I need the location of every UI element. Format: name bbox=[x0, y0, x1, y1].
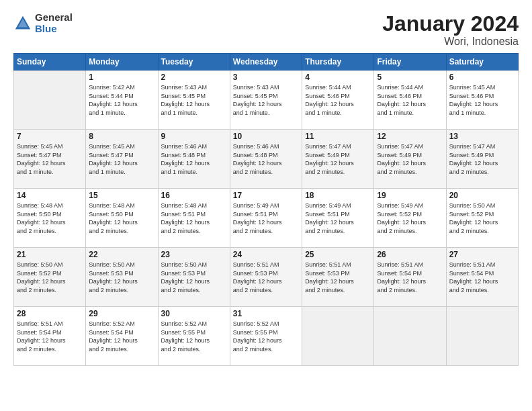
logo-icon bbox=[13, 14, 32, 33]
day-number: 24 bbox=[233, 250, 299, 259]
day-number: 31 bbox=[233, 309, 299, 318]
header-sunday: Sunday bbox=[14, 54, 86, 71]
day-info: Sunrise: 5:42 AM Sunset: 5:44 PM Dayligh… bbox=[89, 83, 154, 117]
day-info: Sunrise: 5:50 AM Sunset: 5:53 PM Dayligh… bbox=[89, 261, 154, 294]
day-info: Sunrise: 5:44 AM Sunset: 5:46 PM Dayligh… bbox=[377, 83, 443, 117]
calendar-cell: 2Sunrise: 5:43 AM Sunset: 5:45 PM Daylig… bbox=[158, 71, 230, 130]
calendar-cell: 25Sunrise: 5:51 AM Sunset: 5:53 PM Dayli… bbox=[302, 248, 374, 307]
calendar-cell: 1Sunrise: 5:42 AM Sunset: 5:44 PM Daylig… bbox=[86, 71, 158, 130]
day-info: Sunrise: 5:48 AM Sunset: 5:51 PM Dayligh… bbox=[161, 201, 227, 235]
day-info: Sunrise: 5:46 AM Sunset: 5:48 PM Dayligh… bbox=[233, 142, 299, 176]
calendar-cell: 20Sunrise: 5:50 AM Sunset: 5:52 PM Dayli… bbox=[446, 189, 518, 248]
day-info: Sunrise: 5:50 AM Sunset: 5:52 PM Dayligh… bbox=[449, 201, 515, 235]
day-info: Sunrise: 5:49 AM Sunset: 5:51 PM Dayligh… bbox=[233, 201, 299, 235]
page: General Blue January 2024 Wori, Indonesi… bbox=[0, 0, 532, 411]
logo: General Blue bbox=[13, 12, 73, 34]
day-info: Sunrise: 5:52 AM Sunset: 5:55 PM Dayligh… bbox=[161, 320, 227, 353]
day-number: 7 bbox=[17, 132, 83, 141]
calendar-cell: 29Sunrise: 5:52 AM Sunset: 5:54 PM Dayli… bbox=[86, 307, 158, 366]
day-number: 29 bbox=[89, 309, 154, 318]
day-number: 12 bbox=[377, 132, 443, 141]
day-number: 6 bbox=[449, 73, 515, 82]
calendar-cell: 23Sunrise: 5:50 AM Sunset: 5:53 PM Dayli… bbox=[158, 248, 230, 307]
day-info: Sunrise: 5:49 AM Sunset: 5:52 PM Dayligh… bbox=[377, 201, 443, 235]
day-info: Sunrise: 5:52 AM Sunset: 5:55 PM Dayligh… bbox=[233, 320, 299, 353]
day-number: 5 bbox=[377, 73, 443, 82]
header-monday: Monday bbox=[86, 54, 158, 71]
logo-blue: Blue bbox=[35, 24, 73, 35]
day-number: 15 bbox=[89, 191, 154, 200]
day-info: Sunrise: 5:47 AM Sunset: 5:49 PM Dayligh… bbox=[305, 142, 371, 176]
day-number: 14 bbox=[17, 191, 83, 200]
day-number: 18 bbox=[305, 191, 371, 200]
calendar-cell: 18Sunrise: 5:49 AM Sunset: 5:51 PM Dayli… bbox=[302, 189, 374, 248]
day-info: Sunrise: 5:51 AM Sunset: 5:54 PM Dayligh… bbox=[449, 261, 515, 294]
day-number: 28 bbox=[17, 309, 83, 318]
calendar-cell bbox=[14, 71, 86, 130]
day-number: 9 bbox=[161, 132, 227, 141]
calendar-cell: 4Sunrise: 5:44 AM Sunset: 5:46 PM Daylig… bbox=[302, 71, 374, 130]
day-number: 25 bbox=[305, 250, 371, 259]
header-friday: Friday bbox=[374, 54, 446, 71]
logo-text: General Blue bbox=[35, 12, 73, 34]
day-number: 27 bbox=[449, 250, 515, 259]
day-number: 3 bbox=[233, 73, 299, 82]
day-number: 30 bbox=[161, 309, 227, 318]
day-number: 19 bbox=[377, 191, 443, 200]
calendar-cell bbox=[302, 307, 374, 366]
calendar-cell: 6Sunrise: 5:45 AM Sunset: 5:46 PM Daylig… bbox=[446, 71, 518, 130]
day-info: Sunrise: 5:51 AM Sunset: 5:53 PM Dayligh… bbox=[305, 261, 371, 294]
calendar-week-5: 28Sunrise: 5:51 AM Sunset: 5:54 PM Dayli… bbox=[14, 307, 519, 366]
day-info: Sunrise: 5:43 AM Sunset: 5:45 PM Dayligh… bbox=[233, 83, 299, 117]
day-info: Sunrise: 5:49 AM Sunset: 5:51 PM Dayligh… bbox=[305, 201, 371, 235]
day-number: 2 bbox=[161, 73, 227, 82]
calendar-cell: 10Sunrise: 5:46 AM Sunset: 5:48 PM Dayli… bbox=[230, 130, 302, 189]
header-tuesday: Tuesday bbox=[158, 54, 230, 71]
day-info: Sunrise: 5:46 AM Sunset: 5:48 PM Dayligh… bbox=[161, 142, 227, 176]
calendar-week-1: 1Sunrise: 5:42 AM Sunset: 5:44 PM Daylig… bbox=[14, 71, 519, 130]
day-info: Sunrise: 5:47 AM Sunset: 5:49 PM Dayligh… bbox=[377, 142, 443, 176]
day-number: 20 bbox=[449, 191, 515, 200]
day-info: Sunrise: 5:52 AM Sunset: 5:54 PM Dayligh… bbox=[89, 320, 154, 353]
calendar-cell: 21Sunrise: 5:50 AM Sunset: 5:52 PM Dayli… bbox=[14, 248, 86, 307]
calendar-table: Sunday Monday Tuesday Wednesday Thursday… bbox=[13, 53, 519, 366]
day-number: 13 bbox=[449, 132, 515, 141]
calendar-cell: 7Sunrise: 5:45 AM Sunset: 5:47 PM Daylig… bbox=[14, 130, 86, 189]
day-number: 4 bbox=[305, 73, 371, 82]
calendar-cell: 9Sunrise: 5:46 AM Sunset: 5:48 PM Daylig… bbox=[158, 130, 230, 189]
calendar-cell: 22Sunrise: 5:50 AM Sunset: 5:53 PM Dayli… bbox=[86, 248, 158, 307]
day-info: Sunrise: 5:47 AM Sunset: 5:49 PM Dayligh… bbox=[449, 142, 515, 176]
calendar-cell: 19Sunrise: 5:49 AM Sunset: 5:52 PM Dayli… bbox=[374, 189, 446, 248]
day-number: 16 bbox=[161, 191, 227, 200]
day-number: 17 bbox=[233, 191, 299, 200]
calendar-title: January 2024 bbox=[382, 12, 519, 36]
calendar-cell: 3Sunrise: 5:43 AM Sunset: 5:45 PM Daylig… bbox=[230, 71, 302, 130]
day-number: 11 bbox=[305, 132, 371, 141]
calendar-week-4: 21Sunrise: 5:50 AM Sunset: 5:52 PM Dayli… bbox=[14, 248, 519, 307]
day-number: 8 bbox=[89, 132, 154, 141]
day-info: Sunrise: 5:43 AM Sunset: 5:45 PM Dayligh… bbox=[161, 83, 227, 117]
day-number: 23 bbox=[161, 250, 227, 259]
day-info: Sunrise: 5:45 AM Sunset: 5:47 PM Dayligh… bbox=[17, 142, 83, 176]
calendar-cell: 5Sunrise: 5:44 AM Sunset: 5:46 PM Daylig… bbox=[374, 71, 446, 130]
header-thursday: Thursday bbox=[302, 54, 374, 71]
day-info: Sunrise: 5:44 AM Sunset: 5:46 PM Dayligh… bbox=[305, 83, 371, 117]
calendar-cell: 26Sunrise: 5:51 AM Sunset: 5:54 PM Dayli… bbox=[374, 248, 446, 307]
day-info: Sunrise: 5:45 AM Sunset: 5:46 PM Dayligh… bbox=[449, 83, 515, 117]
day-number: 1 bbox=[89, 73, 154, 82]
day-number: 21 bbox=[17, 250, 83, 259]
day-info: Sunrise: 5:51 AM Sunset: 5:54 PM Dayligh… bbox=[17, 320, 83, 353]
calendar-cell: 13Sunrise: 5:47 AM Sunset: 5:49 PM Dayli… bbox=[446, 130, 518, 189]
title-block: January 2024 Wori, Indonesia bbox=[382, 12, 519, 48]
header-saturday: Saturday bbox=[446, 54, 518, 71]
calendar-cell: 12Sunrise: 5:47 AM Sunset: 5:49 PM Dayli… bbox=[374, 130, 446, 189]
day-info: Sunrise: 5:45 AM Sunset: 5:47 PM Dayligh… bbox=[89, 142, 154, 176]
calendar-week-3: 14Sunrise: 5:48 AM Sunset: 5:50 PM Dayli… bbox=[14, 189, 519, 248]
calendar-cell: 8Sunrise: 5:45 AM Sunset: 5:47 PM Daylig… bbox=[86, 130, 158, 189]
day-info: Sunrise: 5:48 AM Sunset: 5:50 PM Dayligh… bbox=[89, 201, 154, 235]
calendar-cell: 31Sunrise: 5:52 AM Sunset: 5:55 PM Dayli… bbox=[230, 307, 302, 366]
day-number: 22 bbox=[89, 250, 154, 259]
day-info: Sunrise: 5:48 AM Sunset: 5:50 PM Dayligh… bbox=[17, 201, 83, 235]
day-info: Sunrise: 5:50 AM Sunset: 5:53 PM Dayligh… bbox=[161, 261, 227, 294]
calendar-cell: 24Sunrise: 5:51 AM Sunset: 5:53 PM Dayli… bbox=[230, 248, 302, 307]
